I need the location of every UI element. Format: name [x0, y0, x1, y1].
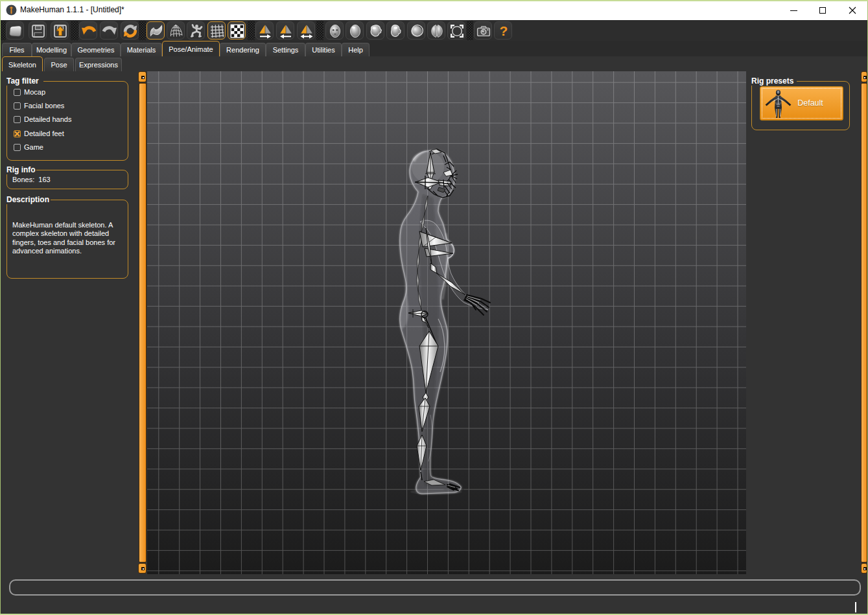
- svg-text:?: ?: [500, 23, 508, 38]
